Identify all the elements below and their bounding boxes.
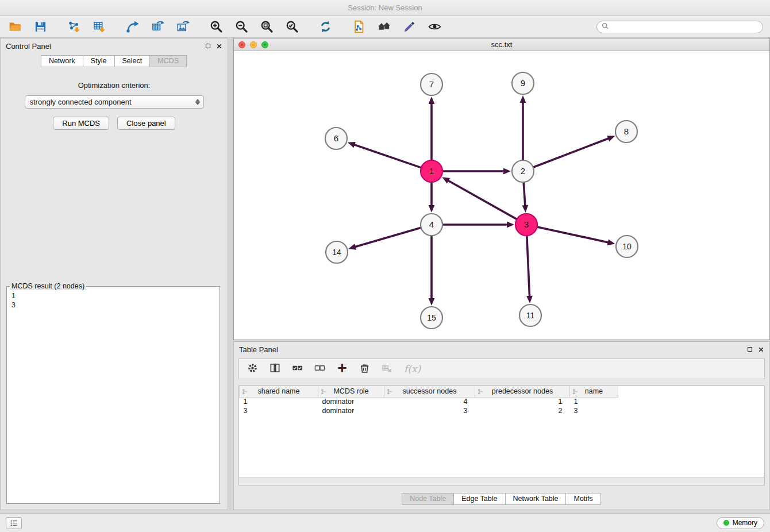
graph-node-3[interactable]: 3 (515, 214, 537, 236)
column-header-predecessor-nodes[interactable]: predecessor nodes (475, 386, 570, 397)
table-cell-filler (618, 397, 765, 406)
memory-button[interactable]: Memory (717, 517, 764, 529)
tab-edge-table[interactable]: Edge Table (453, 493, 505, 505)
graph-edge-4-15[interactable] (429, 236, 435, 306)
export-table-icon (151, 20, 164, 33)
horizontal-scrollbar[interactable] (239, 477, 764, 485)
tab-node-table[interactable]: Node Table (402, 493, 454, 505)
doc-network-button[interactable] (351, 19, 367, 35)
tab-mcds[interactable]: MCDS (149, 55, 187, 67)
table-cell[interactable]: 4 (384, 397, 475, 406)
zoom-in-button[interactable] (208, 19, 224, 35)
graph-edge-1-6[interactable] (348, 142, 421, 168)
table-cell[interactable]: 3 (240, 406, 318, 415)
network-canvas[interactable]: 7968124314101511 (234, 51, 769, 340)
graph-node-9[interactable]: 9 (512, 72, 534, 94)
table-cell[interactable]: 1 (475, 397, 570, 406)
graph-node-10[interactable]: 10 (616, 236, 638, 257)
close-panel-pushbutton[interactable]: Close panel (117, 117, 175, 130)
houses-button[interactable] (376, 19, 392, 35)
column-header-shared-name[interactable]: shared name (240, 386, 318, 397)
graph-edge-2-9[interactable] (520, 95, 526, 160)
search-field[interactable] (596, 21, 763, 33)
graph-edge-1-2[interactable] (442, 168, 511, 175)
graph-node-15[interactable]: 15 (421, 307, 442, 329)
table-cell[interactable]: 3 (384, 406, 475, 415)
graph-edge-2-8[interactable] (533, 136, 615, 167)
control-panel-header: Control Panel (1, 38, 228, 53)
table-cell[interactable]: 1 (240, 397, 318, 406)
memory-status-icon (723, 520, 729, 526)
gear-button[interactable] (247, 363, 258, 375)
graph-edge-4-14[interactable] (348, 228, 421, 249)
zoom-out-button[interactable] (233, 19, 249, 35)
zoom-window-button[interactable]: + (261, 41, 268, 48)
tab-network-table[interactable]: Network Table (505, 493, 567, 505)
graph-node-4[interactable]: 4 (421, 214, 442, 236)
graph-edge-3-10[interactable] (537, 227, 615, 245)
split-columns-button[interactable] (270, 363, 280, 375)
add-button[interactable] (337, 363, 348, 375)
run-mcds-button[interactable]: Run MCDS (53, 117, 109, 130)
optimization-criterion-label: Optimization criterion: (1, 81, 228, 90)
table-panel-header: Table Panel (234, 342, 769, 357)
export-table-button[interactable] (149, 19, 165, 35)
column-header-name[interactable]: name (570, 386, 618, 397)
svg-text:4: 4 (429, 219, 434, 229)
search-input[interactable] (612, 23, 758, 31)
graph-edge-4-3[interactable] (442, 222, 514, 228)
zoom-selected-button[interactable] (284, 19, 300, 35)
table-cell[interactable]: dominator (318, 406, 384, 415)
tab-motifs[interactable]: Motifs (565, 493, 600, 505)
eye-button[interactable] (426, 19, 442, 35)
import-table-button[interactable] (91, 19, 107, 35)
zoom-fit-button[interactable] (259, 19, 275, 35)
tab-network[interactable]: Network (41, 55, 83, 67)
status-list-button[interactable] (6, 517, 22, 529)
control-panel-title: Control Panel (6, 42, 51, 51)
tab-style[interactable]: Style (83, 55, 115, 67)
open-folder-button[interactable] (7, 19, 23, 35)
graph-edge-2-3[interactable] (522, 182, 528, 213)
trash-button[interactable] (359, 363, 370, 375)
column-header-successor-nodes[interactable]: successor nodes (384, 386, 475, 397)
tab-select[interactable]: Select (114, 55, 151, 67)
save-button[interactable] (32, 19, 48, 35)
import-network-button[interactable] (66, 19, 82, 35)
layout-refresh-button[interactable] (317, 19, 333, 35)
minimize-window-button[interactable]: − (250, 41, 257, 48)
graph-node-14[interactable]: 14 (326, 241, 348, 263)
network-window-titlebar[interactable]: ×−+ scc.txt (234, 38, 769, 51)
float-table-panel-button[interactable] (747, 346, 753, 353)
float-panel-button[interactable] (205, 43, 211, 49)
table-cell[interactable]: 3 (570, 406, 618, 415)
graph-node-11[interactable]: 11 (519, 304, 541, 326)
close-table-panel-button[interactable] (758, 346, 764, 353)
table-panel-tabs: Node TableEdge TableNetwork TableMotifs (234, 493, 769, 505)
table-row[interactable]: 3dominator323 (240, 406, 765, 415)
column-header-mcds-role[interactable]: MCDS role (318, 386, 384, 397)
table-cell[interactable]: 2 (475, 406, 570, 415)
table-cell[interactable]: 1 (570, 397, 618, 406)
export-image-button[interactable] (175, 19, 191, 35)
select-all-button[interactable] (292, 363, 303, 375)
graph-node-7[interactable]: 7 (421, 74, 442, 95)
graph-node-2[interactable]: 2 (512, 160, 534, 182)
graph-node-6[interactable]: 6 (325, 128, 347, 149)
graph-node-8[interactable]: 8 (615, 121, 637, 142)
memory-label: Memory (733, 519, 757, 527)
table-cell[interactable]: dominator (318, 397, 384, 406)
graph-edge-3-11[interactable] (526, 236, 533, 303)
export-network-button[interactable] (124, 19, 140, 35)
deselect-all-button[interactable] (314, 363, 325, 375)
graph-edge-1-4[interactable] (429, 182, 435, 213)
table-row[interactable]: 1dominator411 (240, 397, 765, 406)
optimization-criterion-select[interactable]: strongly connected component (25, 95, 204, 109)
graph-edge-3-1[interactable] (442, 177, 517, 219)
trash-icon (359, 363, 370, 375)
paint-button[interactable] (401, 19, 417, 35)
close-panel-button[interactable] (216, 43, 222, 49)
close-window-button[interactable]: × (238, 41, 245, 48)
graph-node-1[interactable]: 1 (421, 160, 442, 182)
graph-edge-1-7[interactable] (429, 97, 435, 160)
